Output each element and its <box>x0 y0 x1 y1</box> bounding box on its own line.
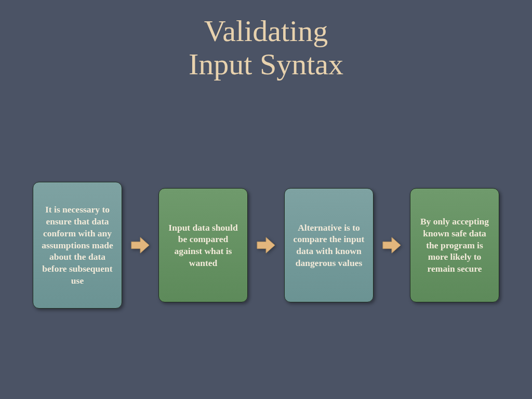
arrow-right-icon <box>374 235 410 255</box>
arrow-right-icon <box>248 235 284 255</box>
flow-card-4: By only accepting known safe data the pr… <box>410 188 499 302</box>
flow-card-text: Alternative is to compare the input data… <box>291 222 367 269</box>
flow-card-text: By only accepting known safe data the pr… <box>417 216 493 275</box>
flow-card-3: Alternative is to compare the input data… <box>284 188 374 302</box>
flow-card-text: Input data should be compared against wh… <box>165 222 241 269</box>
arrow-right-icon <box>122 235 158 255</box>
flow-card-1: It is necessary to ensure that data conf… <box>33 182 122 309</box>
slide-title: Validating Input Syntax <box>0 0 532 81</box>
process-flow: It is necessary to ensure that data conf… <box>0 182 532 309</box>
flow-card-text: It is necessary to ensure that data conf… <box>39 204 115 286</box>
title-line-2: Input Syntax <box>189 47 343 81</box>
title-line-1: Validating <box>204 14 328 48</box>
flow-card-2: Input data should be compared against wh… <box>158 188 248 302</box>
